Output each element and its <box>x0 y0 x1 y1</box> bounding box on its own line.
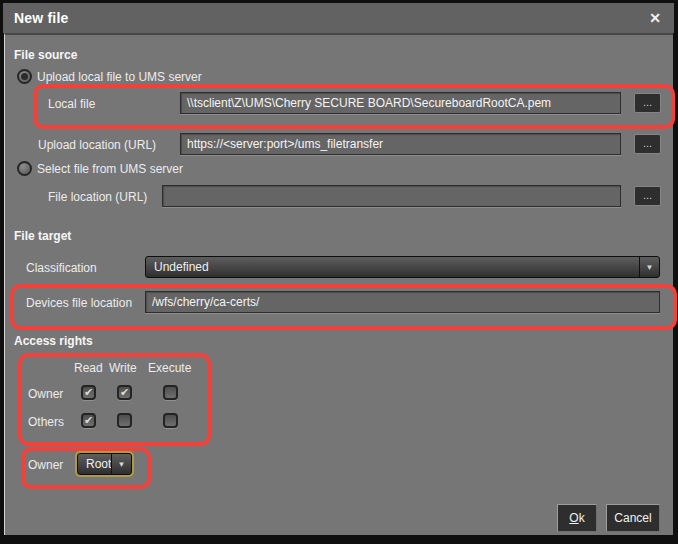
file-location-input[interactable] <box>162 185 621 207</box>
checkbox-others-execute[interactable] <box>163 413 178 428</box>
ok-button-rest: k <box>579 511 585 525</box>
devices-file-location-input[interactable]: /wfs/cherry/ca-certs/ <box>145 291 660 313</box>
upload-location-label: Upload location (URL) <box>38 138 156 152</box>
owner-dropdown-value: Root <box>78 454 111 474</box>
ok-button[interactable]: Ok <box>557 504 597 532</box>
cancel-button[interactable]: Cancel <box>606 504 660 532</box>
column-header-read: Read <box>74 361 103 375</box>
classification-label: Classification <box>26 261 97 275</box>
radio-upload-local-file-label: Upload local file to UMS server <box>37 70 202 84</box>
radio-select-from-ums-label: Select file from UMS server <box>37 162 183 176</box>
close-icon[interactable]: ✕ <box>649 10 661 26</box>
checkbox-others-read[interactable]: ✔ <box>81 413 96 428</box>
classification-value: Undefined <box>146 257 639 277</box>
new-file-dialog: New file ✕ File source Upload local file… <box>0 0 678 544</box>
others-row-label: Others <box>28 415 64 429</box>
upload-location-input[interactable]: https://<server:port>/ums_filetransfer <box>180 133 621 155</box>
checkbox-owner-read[interactable]: ✔ <box>81 385 96 400</box>
checkbox-owner-execute[interactable] <box>163 385 178 400</box>
devices-file-location-label: Devices file location <box>26 296 132 310</box>
radio-select-from-ums[interactable] <box>17 161 32 176</box>
column-header-execute: Execute <box>148 361 191 375</box>
title-bar[interactable]: New file ✕ <box>3 3 674 33</box>
file-location-browse-button[interactable]: ... <box>634 186 661 206</box>
checkbox-owner-write[interactable]: ✔ <box>117 385 132 400</box>
local-file-browse-button[interactable]: ... <box>634 93 661 113</box>
dialog-title: New file <box>14 10 69 26</box>
local-file-label: Local file <box>48 97 95 111</box>
local-file-input[interactable]: \\tsclient\Z\UMS\Cherry SECURE BOARD\Sec… <box>180 92 621 114</box>
owner-row-label: Owner <box>28 387 63 401</box>
owner-dropdown[interactable]: Root ▼ <box>77 453 132 475</box>
checkbox-others-write[interactable] <box>117 413 132 428</box>
classification-dropdown[interactable]: Undefined ▼ <box>145 256 660 278</box>
file-target-header: File target <box>14 229 71 243</box>
chevron-down-icon[interactable]: ▼ <box>639 257 659 277</box>
ok-button-mnemonic: O <box>569 511 578 525</box>
radio-upload-local-file[interactable] <box>17 69 32 84</box>
file-location-label: File location (URL) <box>48 190 147 204</box>
upload-location-browse-button[interactable]: ... <box>634 134 661 154</box>
column-header-write: Write <box>109 361 137 375</box>
file-source-header: File source <box>14 48 77 62</box>
chevron-down-icon[interactable]: ▼ <box>111 454 131 474</box>
access-rights-header: Access rights <box>14 334 93 348</box>
owner-select-label: Owner <box>28 458 63 472</box>
